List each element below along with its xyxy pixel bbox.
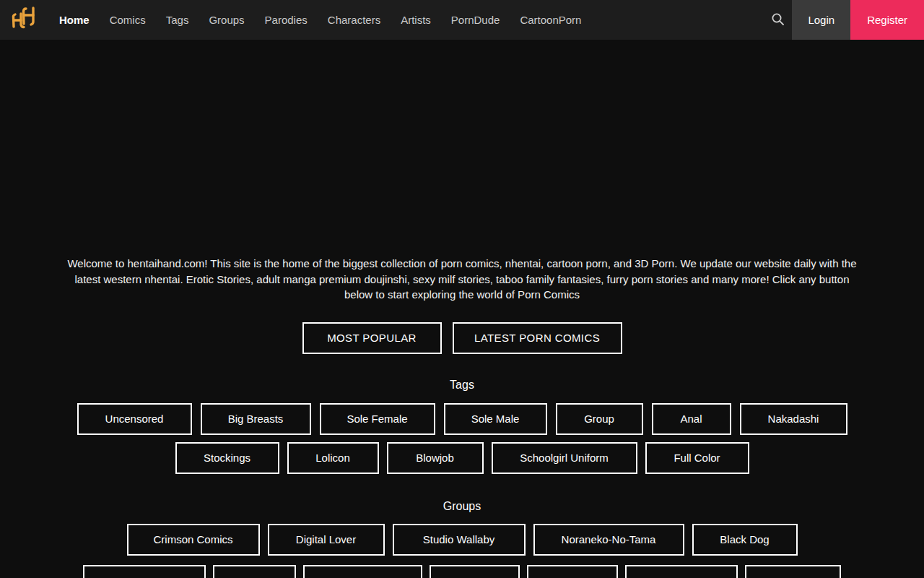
login-button[interactable]: Login	[792, 0, 850, 40]
group-button[interactable]	[303, 565, 422, 578]
nav-link[interactable]: Characters	[328, 14, 380, 26]
group-button[interactable]: Digital Lover	[268, 524, 385, 556]
main-content: Welcome to hentaihand.com! This site is …	[0, 256, 924, 578]
tags-section: Tags UncensoredBig BreastsSole FemaleSol…	[0, 379, 924, 474]
cta-button[interactable]: LATEST PORN COMICS	[453, 322, 622, 354]
tag-button[interactable]: Anal	[652, 403, 731, 435]
nav-link[interactable]: CartoonPorn	[520, 14, 581, 26]
groups-heading: Groups	[0, 500, 924, 513]
site-logo[interactable]	[10, 6, 38, 35]
group-button[interactable]	[83, 565, 206, 578]
group-button[interactable]	[213, 565, 296, 578]
group-button[interactable]: Noraneko-No-Tama	[533, 524, 684, 556]
tags-heading: Tags	[0, 379, 924, 392]
cta-button-row: MOST POPULARLATEST PORN COMICS	[0, 322, 924, 354]
tag-button[interactable]: Lolicon	[287, 442, 379, 474]
cta-button[interactable]: MOST POPULAR	[302, 322, 442, 354]
group-button[interactable]: Studio Wallaby	[393, 524, 526, 556]
register-button[interactable]: Register	[850, 0, 924, 40]
tag-button[interactable]: Sole Male	[444, 403, 547, 435]
tag-button[interactable]: Nakadashi	[740, 403, 847, 435]
search-button[interactable]	[763, 0, 792, 40]
nav-link[interactable]: Home	[59, 14, 90, 26]
tag-button[interactable]: Blowjob	[387, 442, 484, 474]
welcome-text: Welcome to hentaihand.com! This site is …	[61, 256, 863, 303]
tag-button[interactable]: Stockings	[175, 442, 279, 474]
nav-link[interactable]: PornDude	[451, 14, 500, 26]
tags-row-2: StockingsLoliconBlowjobSchoolgirl Unifor…	[0, 442, 924, 474]
group-button[interactable]: Black Dog	[692, 524, 798, 556]
groups-row-2-partial	[0, 565, 924, 578]
search-icon	[771, 12, 785, 28]
groups-row-1: Crimson ComicsDigital LoverStudio Wallab…	[0, 524, 924, 556]
navbar-right: Login Register	[763, 0, 924, 40]
groups-section: Groups Crimson ComicsDigital LoverStudio…	[0, 500, 924, 578]
tag-button[interactable]: Schoolgirl Uniform	[492, 442, 637, 474]
nav-link[interactable]: Parodies	[265, 14, 308, 26]
nav-link[interactable]: Tags	[166, 14, 189, 26]
tag-button[interactable]: Big Breasts	[201, 403, 311, 435]
group-button[interactable]	[430, 565, 520, 578]
nav-link[interactable]: Comics	[110, 14, 146, 26]
tag-button[interactable]: Full Color	[645, 442, 749, 474]
group-button[interactable]	[625, 565, 738, 578]
tag-button[interactable]: Sole Female	[320, 403, 435, 435]
hh-logo-icon	[10, 4, 38, 36]
tag-button[interactable]: Uncensored	[77, 403, 192, 435]
group-button[interactable]	[527, 565, 618, 578]
tags-row-1: UncensoredBig BreastsSole FemaleSole Mal…	[0, 403, 924, 435]
nav-link[interactable]: Groups	[209, 14, 244, 26]
main-nav: HomeComicsTagsGroupsParodiesCharactersAr…	[59, 14, 581, 26]
tag-button[interactable]: Group	[556, 403, 643, 435]
group-button[interactable]	[745, 565, 841, 578]
nav-link[interactable]: Artists	[401, 14, 431, 26]
group-button[interactable]: Crimson Comics	[127, 524, 260, 556]
navbar: HomeComicsTagsGroupsParodiesCharactersAr…	[0, 0, 924, 40]
